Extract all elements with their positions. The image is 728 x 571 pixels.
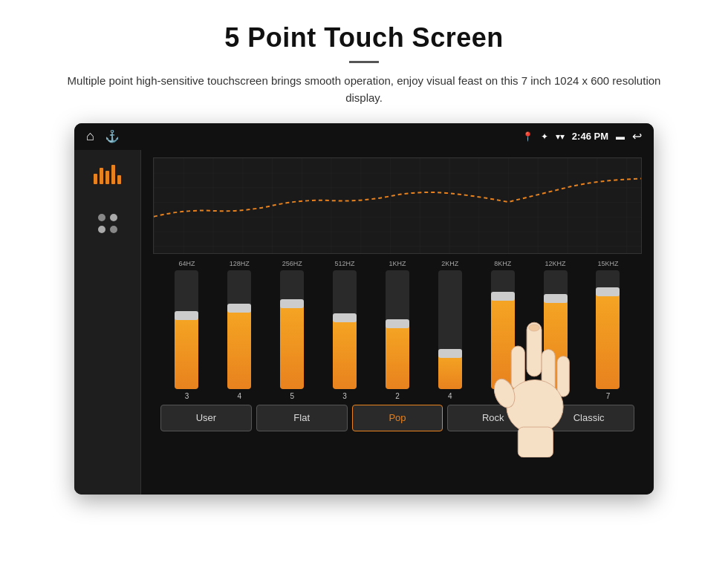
- device-frame: ⌂ ⚓ 📍 ✦ ▾▾ 2:46 PM ▬ ↩: [74, 123, 654, 495]
- slider-value-5: 4: [448, 392, 452, 400]
- subtitle: Multiple point high-sensitive touchscree…: [59, 72, 669, 107]
- slider-track-0[interactable]: [175, 270, 198, 389]
- four-dots-icon: [98, 214, 117, 233]
- location-icon: 📍: [522, 131, 533, 142]
- slider-value-7: 6: [553, 392, 558, 400]
- dots-sidebar-icon[interactable]: [98, 214, 117, 233]
- preset-btn-rock[interactable]: Rock: [447, 405, 539, 431]
- back-icon[interactable]: ↩: [632, 129, 642, 143]
- slider-track-3[interactable]: [333, 270, 357, 389]
- preset-btn-classic[interactable]: Classic: [543, 405, 634, 431]
- equalizer-sidebar-icon[interactable]: [94, 165, 121, 184]
- freq-label-5: 2KHZ: [441, 260, 458, 267]
- slider-value-2: 5: [290, 392, 294, 400]
- page-title: 5 Point Touch Screen: [224, 22, 503, 53]
- slider-value-3: 3: [342, 392, 347, 400]
- preset-row: UserFlatPopRockClassic: [153, 405, 642, 431]
- freq-label-7: 12KHZ: [545, 260, 566, 267]
- slider-col-1khz[interactable]: 1KHZ2: [386, 260, 409, 400]
- slider-handle-6[interactable]: [491, 292, 515, 301]
- slider-track-6[interactable]: [491, 270, 515, 389]
- freq-label-4: 1KHZ: [389, 260, 406, 267]
- sidebar: [74, 150, 141, 495]
- preset-btn-flat[interactable]: Flat: [256, 405, 348, 431]
- slider-handle-0[interactable]: [175, 311, 198, 320]
- slider-value-4: 2: [395, 392, 400, 400]
- slider-handle-8[interactable]: [596, 287, 620, 296]
- slider-track-1[interactable]: [227, 270, 251, 389]
- title-divider: [349, 61, 379, 63]
- slider-col-8khz[interactable]: 8KHZ6: [491, 260, 515, 400]
- status-left-icons: ⌂ ⚓: [86, 128, 120, 144]
- slider-handle-4[interactable]: [386, 319, 409, 328]
- slider-value-0: 3: [185, 392, 189, 400]
- freq-label-8: 15KHZ: [597, 260, 618, 267]
- slider-track-4[interactable]: [386, 270, 409, 389]
- slider-col-256hz[interactable]: 256HZ5: [280, 260, 304, 400]
- wifi-icon: ▾▾: [556, 131, 565, 142]
- clock-display: 2:46 PM: [572, 131, 608, 142]
- status-right-icons: 📍 ✦ ▾▾ 2:46 PM ▬ ↩: [522, 129, 642, 143]
- freq-label-0: 64HZ: [178, 260, 195, 267]
- slider-handle-2[interactable]: [280, 299, 304, 308]
- slider-value-1: 4: [238, 392, 242, 400]
- slider-handle-3[interactable]: [333, 313, 357, 322]
- eq-bars-icon: [94, 165, 121, 184]
- home-icon[interactable]: ⌂: [86, 128, 94, 144]
- slider-handle-7[interactable]: [544, 294, 568, 303]
- slider-track-8[interactable]: [596, 270, 620, 389]
- eq-graph: [153, 157, 642, 254]
- slider-col-12khz[interactable]: 12KHZ6: [544, 260, 568, 400]
- slider-track-7[interactable]: [544, 270, 568, 389]
- slider-track-5[interactable]: [438, 270, 462, 389]
- eq-panel: 64HZ3128HZ4256HZ5512HZ31KHZ22KHZ48KHZ612…: [141, 150, 654, 495]
- slider-col-128hz[interactable]: 128HZ4: [227, 260, 251, 400]
- slider-handle-5[interactable]: [438, 349, 462, 358]
- slider-col-15khz[interactable]: 15KHZ7: [596, 260, 620, 400]
- slider-track-2[interactable]: [280, 270, 304, 389]
- freq-label-3: 512HZ: [335, 260, 355, 267]
- battery-icon: ▬: [616, 131, 625, 142]
- slider-value-6: 6: [501, 392, 505, 400]
- freq-label-1: 128HZ: [230, 260, 250, 267]
- slider-col-2khz[interactable]: 2KHZ4: [438, 260, 462, 400]
- sliders-area: 64HZ3128HZ4256HZ5512HZ31KHZ22KHZ48KHZ612…: [153, 260, 642, 400]
- status-bar: ⌂ ⚓ 📍 ✦ ▾▾ 2:46 PM ▬ ↩: [74, 123, 654, 150]
- slider-col-64hz[interactable]: 64HZ3: [175, 260, 198, 400]
- bluetooth-icon: ✦: [541, 131, 548, 142]
- preset-btn-user[interactable]: User: [160, 405, 252, 431]
- freq-label-2: 256HZ: [282, 260, 302, 267]
- freq-label-6: 8KHZ: [494, 260, 511, 267]
- svg-rect-0: [154, 158, 641, 253]
- main-area: 64HZ3128HZ4256HZ5512HZ31KHZ22KHZ48KHZ612…: [74, 150, 654, 495]
- preset-btn-pop[interactable]: Pop: [352, 405, 443, 431]
- slider-value-8: 7: [606, 392, 611, 400]
- usb-icon: ⚓: [105, 129, 120, 143]
- slider-handle-1[interactable]: [227, 304, 251, 313]
- slider-col-512hz[interactable]: 512HZ3: [333, 260, 357, 400]
